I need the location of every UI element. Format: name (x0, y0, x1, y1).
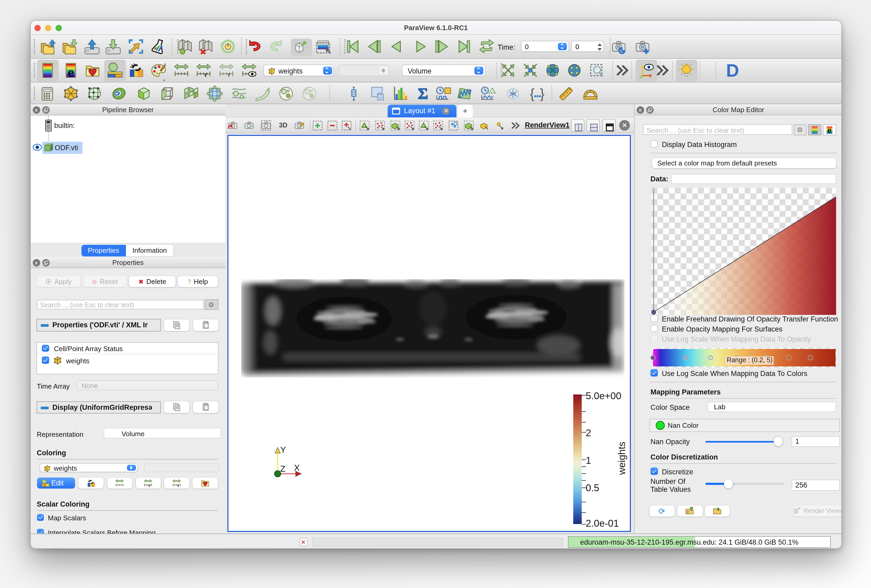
svg-text:e: e (67, 66, 74, 78)
svg-text:}: } (540, 86, 544, 101)
svg-text:c: c (149, 483, 150, 488)
svg-text:X: X (294, 463, 299, 473)
svg-text:{: { (530, 86, 534, 101)
svg-text:Y: Y (280, 445, 286, 455)
svg-text:t: t (228, 70, 230, 78)
svg-text:t: t (177, 483, 179, 488)
svg-text:Z: Z (280, 464, 285, 474)
svg-text:Σ: Σ (418, 85, 428, 101)
svg-text:c: c (205, 70, 208, 78)
